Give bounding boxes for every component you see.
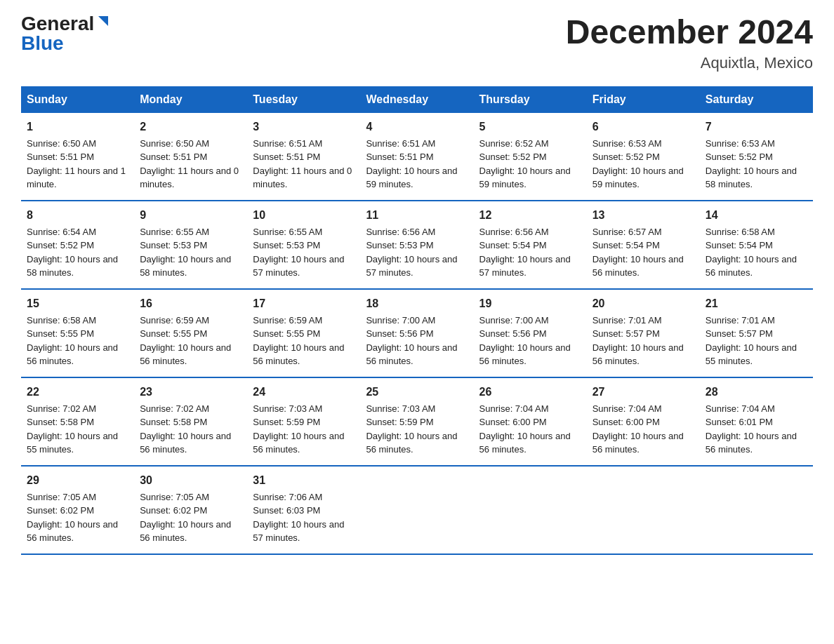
sunset-text: Sunset: 5:58 PM (27, 417, 94, 427)
day-number: 17 (253, 295, 355, 312)
day-number: 25 (366, 384, 468, 401)
day-number: 23 (140, 384, 241, 401)
calendar-cell: 18Sunrise: 7:00 AMSunset: 5:56 PMDayligh… (360, 289, 473, 377)
day-number: 9 (140, 207, 241, 224)
calendar-cell: 25Sunrise: 7:03 AMSunset: 5:59 PMDayligh… (360, 377, 473, 466)
day-number: 16 (140, 295, 241, 312)
sunrise-text: Sunrise: 6:58 AM (27, 315, 96, 326)
calendar-cell: 8Sunrise: 6:54 AMSunset: 5:52 PMDaylight… (21, 201, 134, 289)
sunrise-text: Sunrise: 7:06 AM (253, 492, 322, 502)
sunrise-text: Sunrise: 6:51 AM (366, 138, 435, 149)
daylight-text: Daylight: 10 hours and 56 minutes. (593, 254, 684, 279)
sunrise-text: Sunrise: 6:53 AM (593, 138, 662, 149)
sunrise-text: Sunrise: 7:03 AM (253, 403, 322, 414)
calendar-cell: 12Sunrise: 6:56 AMSunset: 5:54 PMDayligh… (474, 201, 587, 289)
daylight-text: Daylight: 10 hours and 59 minutes. (593, 166, 684, 190)
sunset-text: Sunset: 5:53 PM (253, 240, 320, 250)
calendar-cell: 13Sunrise: 6:57 AMSunset: 5:54 PMDayligh… (587, 201, 700, 289)
calendar-week-row: 15Sunrise: 6:58 AMSunset: 5:55 PMDayligh… (21, 289, 813, 377)
sunset-text: Sunset: 5:51 PM (366, 152, 433, 162)
svg-marker-0 (98, 16, 108, 26)
calendar-cell: 23Sunrise: 7:02 AMSunset: 5:58 PMDayligh… (134, 377, 247, 466)
daylight-text: Daylight: 10 hours and 56 minutes. (479, 342, 571, 367)
sunrise-text: Sunrise: 6:50 AM (140, 138, 209, 149)
sunset-text: Sunset: 5:52 PM (593, 152, 660, 162)
daylight-text: Daylight: 10 hours and 56 minutes. (366, 342, 457, 367)
day-number: 14 (706, 207, 807, 224)
sunrise-text: Sunrise: 7:03 AM (366, 403, 435, 414)
sunrise-text: Sunrise: 6:55 AM (253, 227, 322, 237)
sunrise-text: Sunrise: 7:01 AM (593, 315, 662, 326)
day-number: 27 (593, 384, 694, 401)
daylight-text: Daylight: 10 hours and 57 minutes. (479, 254, 571, 279)
sunrise-text: Sunrise: 6:51 AM (253, 138, 322, 149)
month-title: December 2024 (566, 14, 813, 51)
sunset-text: Sunset: 5:51 PM (27, 152, 94, 162)
logo-arrow-icon (95, 15, 111, 30)
day-number: 3 (253, 119, 355, 135)
day-number: 1 (27, 119, 128, 135)
sunrise-text: Sunrise: 7:04 AM (593, 403, 662, 414)
day-number: 20 (593, 295, 694, 312)
daylight-text: Daylight: 10 hours and 56 minutes. (27, 519, 118, 544)
calendar-cell: 27Sunrise: 7:04 AMSunset: 6:00 PMDayligh… (587, 377, 700, 466)
calendar-cell: 16Sunrise: 6:59 AMSunset: 5:55 PMDayligh… (134, 289, 247, 377)
calendar-cell: 11Sunrise: 6:56 AMSunset: 5:53 PMDayligh… (360, 201, 473, 289)
col-monday: Monday (134, 86, 247, 113)
sunset-text: Sunset: 6:02 PM (27, 505, 94, 516)
sunset-text: Sunset: 5:51 PM (253, 152, 320, 162)
sunrise-text: Sunrise: 6:55 AM (140, 227, 209, 237)
daylight-text: Daylight: 10 hours and 57 minutes. (253, 254, 344, 279)
day-number: 31 (253, 472, 355, 489)
sunrise-text: Sunrise: 7:04 AM (479, 403, 549, 414)
calendar-cell: 19Sunrise: 7:00 AMSunset: 5:56 PMDayligh… (474, 289, 587, 377)
col-friday: Friday (587, 86, 700, 113)
calendar-cell: 9Sunrise: 6:55 AMSunset: 5:53 PMDaylight… (134, 201, 247, 289)
day-number: 11 (366, 207, 468, 224)
daylight-text: Daylight: 10 hours and 56 minutes. (253, 342, 344, 367)
calendar-cell (587, 466, 700, 554)
daylight-text: Daylight: 10 hours and 58 minutes. (27, 254, 118, 279)
calendar-cell: 24Sunrise: 7:03 AMSunset: 5:59 PMDayligh… (247, 377, 360, 466)
sunrise-text: Sunrise: 6:56 AM (479, 227, 549, 237)
calendar-table: Sunday Monday Tuesday Wednesday Thursday… (21, 86, 813, 555)
calendar-body: 1Sunrise: 6:50 AMSunset: 5:51 PMDaylight… (21, 113, 813, 554)
sunrise-text: Sunrise: 6:57 AM (593, 227, 662, 237)
daylight-text: Daylight: 10 hours and 56 minutes. (706, 431, 797, 455)
sunset-text: Sunset: 5:54 PM (479, 240, 547, 250)
calendar-cell: 17Sunrise: 6:59 AMSunset: 5:55 PMDayligh… (247, 289, 360, 377)
calendar-cell (360, 466, 473, 554)
daylight-text: Daylight: 10 hours and 57 minutes. (366, 254, 457, 279)
logo-general-text: General (21, 14, 94, 34)
day-number: 18 (366, 295, 468, 312)
sunset-text: Sunset: 5:57 PM (706, 328, 773, 339)
day-number: 15 (27, 295, 128, 312)
calendar-week-row: 29Sunrise: 7:05 AMSunset: 6:02 PMDayligh… (21, 466, 813, 554)
calendar-header: Sunday Monday Tuesday Wednesday Thursday… (21, 86, 813, 113)
day-number: 28 (706, 384, 807, 401)
sunrise-text: Sunrise: 6:59 AM (140, 315, 209, 326)
daylight-text: Daylight: 11 hours and 1 minute. (27, 166, 126, 190)
sunset-text: Sunset: 5:51 PM (140, 152, 207, 162)
col-thursday: Thursday (474, 86, 587, 113)
daylight-text: Daylight: 10 hours and 56 minutes. (140, 519, 231, 544)
daylight-text: Daylight: 10 hours and 56 minutes. (706, 254, 797, 279)
sunrise-text: Sunrise: 6:50 AM (27, 138, 96, 149)
calendar-cell: 3Sunrise: 6:51 AMSunset: 5:51 PMDaylight… (247, 113, 360, 201)
calendar-week-row: 8Sunrise: 6:54 AMSunset: 5:52 PMDaylight… (21, 201, 813, 289)
logo-blue-text: Blue (21, 34, 64, 53)
day-number: 22 (27, 384, 128, 401)
sunrise-text: Sunrise: 6:53 AM (706, 138, 775, 149)
sunrise-text: Sunrise: 7:04 AM (706, 403, 775, 414)
sunrise-text: Sunrise: 6:52 AM (479, 138, 549, 149)
calendar-cell: 31Sunrise: 7:06 AMSunset: 6:03 PMDayligh… (247, 466, 360, 554)
day-number: 12 (479, 207, 581, 224)
day-number: 13 (593, 207, 694, 224)
calendar-cell: 14Sunrise: 6:58 AMSunset: 5:54 PMDayligh… (700, 201, 813, 289)
sunrise-text: Sunrise: 7:01 AM (706, 315, 775, 326)
day-number: 2 (140, 119, 241, 135)
day-number: 26 (479, 384, 581, 401)
daylight-text: Daylight: 10 hours and 56 minutes. (593, 431, 684, 455)
sunset-text: Sunset: 5:53 PM (140, 240, 207, 250)
daylight-text: Daylight: 10 hours and 56 minutes. (140, 342, 231, 367)
